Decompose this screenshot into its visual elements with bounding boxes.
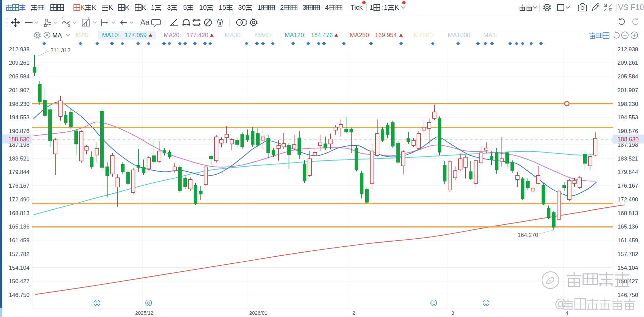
svg-text:150.427: 150.427 xyxy=(9,278,30,284)
svg-text:176.167: 176.167 xyxy=(618,183,638,189)
svg-text:209.261: 209.261 xyxy=(618,60,638,66)
svg-text:205.584: 205.584 xyxy=(9,73,30,80)
svg-text:172.490: 172.490 xyxy=(618,196,638,203)
svg-text:154.104: 154.104 xyxy=(618,265,638,271)
svg-text:5: 5 xyxy=(183,4,187,11)
svg-text:Tick: Tick xyxy=(351,4,363,11)
svg-text:1: 1 xyxy=(384,4,388,11)
svg-text:1: 1 xyxy=(219,4,222,11)
svg-text:K: K xyxy=(125,4,129,11)
svg-text:212.938: 212.938 xyxy=(9,46,30,53)
svg-text:2025/12: 2025/12 xyxy=(135,310,153,316)
svg-text:176.167: 176.167 xyxy=(9,183,30,189)
svg-text:MA60:: MA60: xyxy=(255,32,272,39)
svg-text:161.459: 161.459 xyxy=(9,237,30,244)
svg-text:157.782: 157.782 xyxy=(9,251,30,257)
svg-text:1: 1 xyxy=(370,4,373,11)
svg-text:161.459: 161.459 xyxy=(618,237,638,244)
svg-text:MA500:: MA500: xyxy=(414,32,434,39)
svg-text:1: 1 xyxy=(62,17,64,21)
svg-text:190.876: 190.876 xyxy=(618,128,638,134)
svg-text:194.553: 194.553 xyxy=(618,114,638,121)
svg-text:5: 5 xyxy=(222,4,226,11)
svg-text:198.230: 198.230 xyxy=(9,101,30,107)
svg-text:146.750: 146.750 xyxy=(9,292,30,298)
svg-text:169.954: 169.954 xyxy=(375,32,397,39)
svg-text:1: 1 xyxy=(258,4,261,11)
svg-text:K: K xyxy=(394,4,399,11)
svg-text:154.104: 154.104 xyxy=(9,265,30,271)
svg-text:188.630: 188.630 xyxy=(8,136,30,143)
svg-text:MA10:: MA10: xyxy=(102,32,119,39)
svg-text:3: 3 xyxy=(167,4,171,11)
svg-text:179.844: 179.844 xyxy=(9,169,30,175)
svg-text:177.059: 177.059 xyxy=(125,32,147,39)
svg-text:209.261: 209.261 xyxy=(9,60,30,66)
svg-text:201.907: 201.907 xyxy=(618,87,638,93)
svg-text:165.136: 165.136 xyxy=(9,224,30,230)
svg-text:3: 3 xyxy=(303,4,306,11)
svg-text:3: 3 xyxy=(451,310,454,316)
svg-text:Q: Q xyxy=(484,301,487,306)
svg-text:K: K xyxy=(92,4,96,11)
svg-text:2: 2 xyxy=(353,310,355,316)
svg-text:E: E xyxy=(432,301,435,306)
svg-text:205.584: 205.584 xyxy=(618,73,638,80)
svg-text:183.521: 183.521 xyxy=(9,155,30,162)
svg-text:MA5:: MA5: xyxy=(76,32,90,39)
svg-text:3: 3 xyxy=(238,4,242,11)
svg-text:194.553: 194.553 xyxy=(9,114,30,121)
svg-text:190.876: 190.876 xyxy=(9,128,30,134)
svg-text:168.813: 168.813 xyxy=(618,210,638,216)
svg-text:MA1000:: MA1000: xyxy=(448,32,472,39)
svg-text:1: 1 xyxy=(151,4,155,11)
svg-text:146.750: 146.750 xyxy=(618,292,638,298)
svg-text:4: 4 xyxy=(566,310,568,316)
svg-text:4: 4 xyxy=(325,4,329,11)
svg-text:177.420: 177.420 xyxy=(186,32,208,39)
svg-text:K: K xyxy=(142,4,146,11)
svg-text:Aa: Aa xyxy=(140,18,150,27)
svg-text:K: K xyxy=(80,4,85,11)
svg-text:2: 2 xyxy=(280,4,284,11)
svg-text:0: 0 xyxy=(203,4,207,11)
svg-text:MA20:: MA20: xyxy=(164,32,181,39)
svg-text:184.476: 184.476 xyxy=(311,32,333,39)
svg-text:MA250:: MA250: xyxy=(350,32,371,39)
svg-text:157.782: 157.782 xyxy=(618,251,638,257)
svg-text:168.813: 168.813 xyxy=(9,210,30,216)
svg-text:2026/01: 2026/01 xyxy=(249,310,267,316)
svg-text:164.270: 164.270 xyxy=(518,232,538,238)
svg-text::: : xyxy=(381,4,383,11)
svg-text:172.490: 172.490 xyxy=(9,196,30,203)
svg-text:3: 3 xyxy=(68,23,70,27)
svg-text:MA120:: MA120: xyxy=(285,32,306,39)
svg-text:Q: Q xyxy=(147,301,150,306)
svg-text:165.136: 165.136 xyxy=(618,224,638,230)
svg-text:201.907: 201.907 xyxy=(9,87,30,93)
svg-text:MA: MA xyxy=(52,32,62,39)
svg-text:E: E xyxy=(96,301,98,306)
svg-text:MA1:: MA1: xyxy=(483,32,497,39)
svg-text:179.844: 179.844 xyxy=(618,169,638,175)
svg-text:0: 0 xyxy=(242,4,246,11)
svg-text:K: K xyxy=(108,4,113,11)
svg-text:211.312: 211.312 xyxy=(50,47,70,54)
svg-text:188.630: 188.630 xyxy=(618,136,639,143)
svg-text:MA30:: MA30: xyxy=(225,32,242,39)
svg-text:1: 1 xyxy=(199,4,203,11)
svg-text:198.230: 198.230 xyxy=(618,101,638,107)
svg-text:183.521: 183.521 xyxy=(618,155,638,162)
svg-text:212.938: 212.938 xyxy=(618,46,638,53)
svg-text:VS F10: VS F10 xyxy=(618,3,644,12)
